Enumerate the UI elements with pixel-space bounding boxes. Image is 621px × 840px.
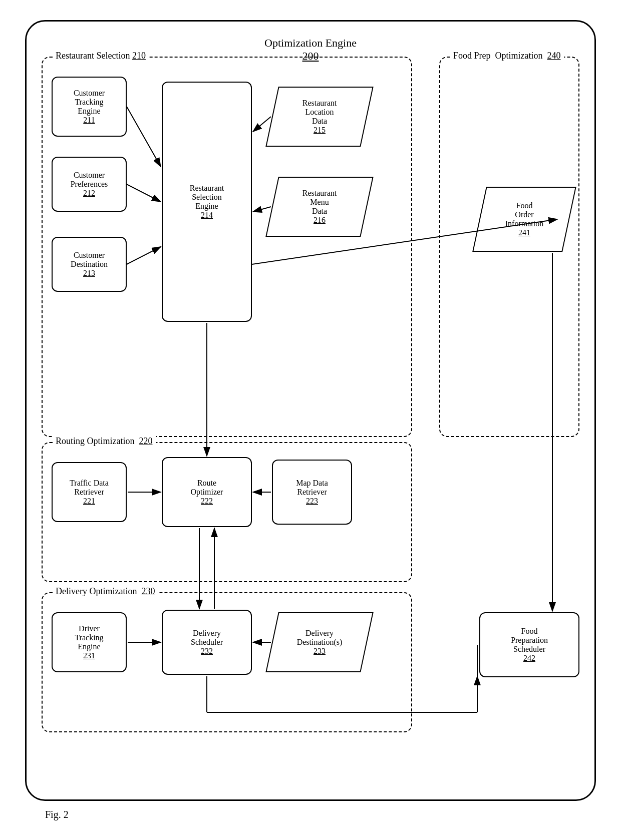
delivery-destination: Delivery Destination(s) 233 — [272, 612, 367, 672]
route-optimizer: Route Optimizer 222 — [162, 457, 252, 527]
outer-box: Optimization Engine 200 Restaurant Selec… — [25, 20, 596, 801]
outer-title-line1: Optimization Engine — [264, 37, 357, 49]
traffic-data-retriever: Traffic Data Retriever 221 — [52, 462, 127, 522]
fig-label: Fig. 2 — [45, 809, 601, 820]
driver-tracking-engine: Driver Tracking Engine 231 — [52, 612, 127, 672]
do-label: Delivery Optimization 230 — [53, 586, 158, 597]
food-preparation-scheduler: Food Preparation Scheduler 242 — [479, 612, 579, 677]
map-data-retriever: Map Data Retriever 223 — [272, 460, 352, 525]
food-order-information: Food Order Information 241 — [479, 187, 569, 252]
rs-label: Restaurant Selection 210 — [53, 51, 149, 61]
customer-tracking-engine: Customer Tracking Engine 211 — [52, 77, 127, 137]
delivery-scheduler: Delivery Scheduler 232 — [162, 610, 252, 675]
restaurant-location-data: Restaurant Location Data 215 — [272, 87, 367, 147]
ro-label: Routing Optimization 220 — [53, 436, 156, 447]
restaurant-selection-engine: Restaurant Selection Engine 214 — [162, 82, 252, 322]
customer-destination: Customer Destination 213 — [52, 237, 127, 292]
fp-label: Food Prep Optimization 240 — [450, 51, 564, 61]
restaurant-menu-data: Restaurant Menu Data 216 — [272, 177, 367, 237]
page: Optimization Engine 200 Restaurant Selec… — [0, 0, 621, 840]
customer-preferences: Customer Preferences 212 — [52, 157, 127, 212]
